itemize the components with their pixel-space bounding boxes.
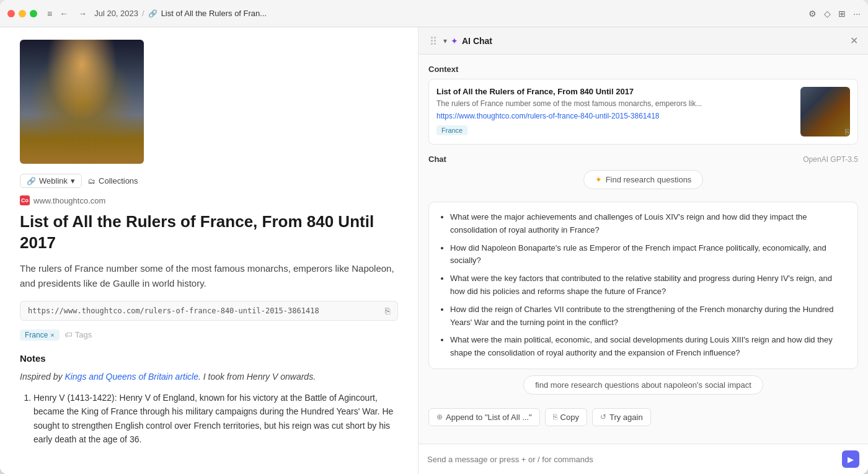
question-item: How did the reign of Charles VII contrib… <box>450 303 848 329</box>
sidebar-icon: ≡ <box>47 9 52 19</box>
doc-meta: 🔗 Weblink ▾ 🗂 Collections <box>20 174 398 188</box>
context-section: Context List of All the Rulers of France… <box>428 65 858 145</box>
chat-label: Chat <box>428 154 446 164</box>
context-label: Context <box>428 65 858 74</box>
source-domain: www.thoughtco.com <box>33 196 105 205</box>
try-again-label: Try again <box>609 413 643 422</box>
chat-input-area: ▶ <box>418 444 868 474</box>
tags-text: Tags <box>75 330 92 339</box>
send-icon: ▶ <box>848 455 854 464</box>
question-item: How did Napoleon Bonaparte's rule as Emp… <box>450 242 848 268</box>
forward-button[interactable]: → <box>76 7 89 20</box>
question-item: What were the main political, economic, … <box>450 334 848 360</box>
tag-icon: 🏷 <box>64 330 73 339</box>
chat-title: AI Chat <box>462 36 492 46</box>
doc-type-chevron: ▾ <box>71 176 75 186</box>
model-label: OpenAI GPT-3.5 <box>803 155 858 164</box>
url-row: https://www.thoughtco.com/rulers-of-fran… <box>20 301 398 321</box>
france-tag-label: France <box>25 331 48 339</box>
weblink-icon: 🔗 <box>27 177 36 186</box>
source-row: Co www.thoughtco.com <box>20 195 398 205</box>
chat-close-button[interactable]: ✕ <box>850 35 858 47</box>
send-button[interactable]: ▶ <box>842 450 859 468</box>
context-tag: France <box>436 125 467 135</box>
collections-badge[interactable]: 🗂 Collections <box>88 176 138 186</box>
source-logo: Co <box>20 195 30 205</box>
france-tag[interactable]: France × <box>20 329 60 341</box>
context-card-title: List of All the Rulers of France, From 8… <box>436 87 793 96</box>
chat-header: ▾ ✦ AI Chat ✕ <box>418 27 868 55</box>
chat-title-area: ▾ ✦ AI Chat <box>443 36 845 46</box>
back-button[interactable]: ← <box>57 7 71 20</box>
breadcrumb-icon: 🔗 <box>148 9 157 18</box>
context-card-desc: The rulers of France number some of the … <box>436 99 793 109</box>
tools-button[interactable]: ⚙ <box>808 9 817 19</box>
layout-button[interactable]: ⊞ <box>838 9 846 19</box>
append-icon: ⊕ <box>436 413 443 421</box>
find-research-questions-button[interactable]: ✦ Find research questions <box>583 170 704 189</box>
tags-label[interactable]: 🏷 Tags <box>64 330 92 339</box>
close-traffic-light[interactable] <box>7 10 15 17</box>
copy-url-button[interactable]: ⎘ <box>385 306 390 316</box>
append-button[interactable]: ⊕ Append to "List of All ..." <box>428 408 540 426</box>
chat-input[interactable] <box>427 455 837 464</box>
copy-label: Copy <box>560 413 579 422</box>
retry-icon: ↺ <box>600 413 606 421</box>
breadcrumb-separator: / <box>142 9 144 18</box>
right-panel: ▾ ✦ AI Chat ✕ Context List of All the Ru… <box>418 27 868 474</box>
panel-collapse-button[interactable]: ▾ <box>443 37 447 45</box>
research-btn-label: Find research questions <box>606 175 692 184</box>
try-again-button[interactable]: ↺ Try again <box>592 408 651 426</box>
article-url: https://www.thoughtco.com/rulers-of-fran… <box>28 306 380 315</box>
action-buttons-row: ⊕ Append to "List of All ..." ⎘ Copy ↺ T… <box>428 408 858 432</box>
maximize-traffic-light[interactable] <box>30 10 37 17</box>
breadcrumb-date: Jul 20, 2023 <box>94 9 138 18</box>
notes-heading: Notes <box>20 353 398 364</box>
article-title: List of All the Rulers of France, From 8… <box>20 212 398 254</box>
left-panel: 🔗 Weblink ▾ 🗂 Collections Co www.thought… <box>0 27 418 474</box>
collections-label: Collections <box>99 176 138 186</box>
collections-icon: 🗂 <box>88 177 95 186</box>
doc-type-label: Weblink <box>39 176 68 186</box>
context-copy-button[interactable]: ⎘ <box>845 127 850 136</box>
doc-type-badge[interactable]: 🔗 Weblink ▾ <box>20 174 82 188</box>
bookmark-button[interactable]: ◇ <box>824 9 831 19</box>
chat-response: What were the major achievements and cha… <box>428 202 858 369</box>
append-label: Append to "List of All ..." <box>446 413 532 422</box>
context-card-image <box>800 87 850 136</box>
article-description: The rulers of France number some of the … <box>20 261 398 291</box>
minimize-traffic-light[interactable] <box>19 10 26 17</box>
article-image <box>20 40 144 164</box>
chat-section: Chat OpenAI GPT-3.5 ✦ Find research ques… <box>428 154 858 432</box>
france-tag-remove[interactable]: × <box>50 331 54 339</box>
list-item: Henry V (1413-1422): Henry V of England,… <box>33 391 398 447</box>
ai-sparkle-icon: ✦ <box>451 36 458 46</box>
tags-row: France × 🏷 Tags <box>20 329 398 341</box>
notes-suffix: . I took from Henry V onwards. <box>198 372 316 382</box>
notes-section: Notes Inspired by Kings and Queens of Br… <box>20 353 398 447</box>
notes-text: Inspired by Kings and Queens of Britain … <box>20 370 398 383</box>
back-icon: ← <box>60 9 68 19</box>
context-card-url[interactable]: https://www.thoughtco.com/rulers-of-fran… <box>436 112 793 120</box>
context-card: List of All the Rulers of France, From 8… <box>428 79 858 145</box>
sidebar-toggle-button[interactable]: ≡ <box>47 9 52 19</box>
more-button[interactable]: ··· <box>853 9 861 19</box>
copy-icon: ⎘ <box>553 413 557 421</box>
forward-icon: → <box>78 9 87 19</box>
context-card-content: List of All the Rulers of France, From 8… <box>436 87 793 135</box>
notes-list: Henry V (1413-1422): Henry V of England,… <box>20 391 398 447</box>
sparkle-icon: ✦ <box>595 175 602 184</box>
question-item: What were the major achievements and cha… <box>450 211 848 237</box>
chat-body: Context List of All the Rulers of France… <box>418 55 868 444</box>
notes-prefix: Inspired by <box>20 372 64 382</box>
question-item: What were the key factors that contribut… <box>450 272 848 298</box>
copy-button[interactable]: ⎘ Copy <box>545 408 587 426</box>
breadcrumb-doc-title: List of All the Rulers of Fran... <box>161 9 267 18</box>
chat-section-header: Chat OpenAI GPT-3.5 <box>428 154 858 164</box>
drag-handle[interactable] <box>428 34 438 47</box>
breadcrumb: Jul 20, 2023 / 🔗 List of All the Rulers … <box>94 9 267 18</box>
britain-article-link[interactable]: Kings and Queens of Britain article <box>64 372 198 382</box>
followup-query-button[interactable]: find more research questions about napol… <box>523 375 763 395</box>
